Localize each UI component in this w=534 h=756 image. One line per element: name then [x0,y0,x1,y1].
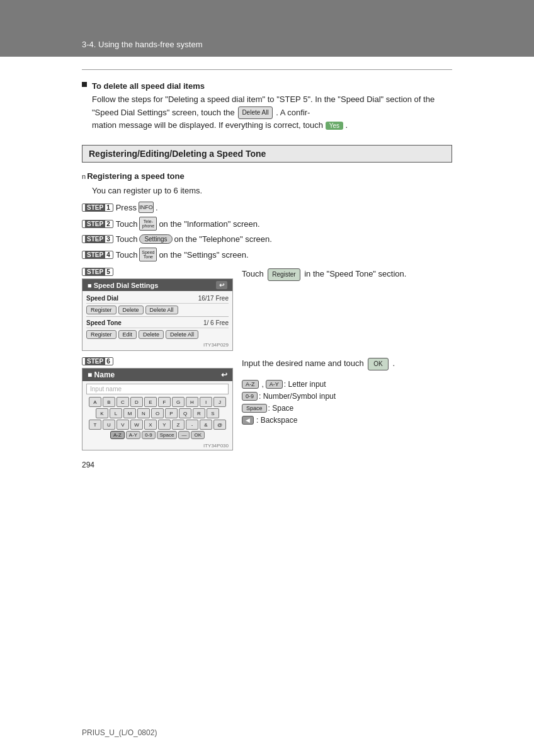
key-M[interactable]: M [123,408,136,418]
btn-ok[interactable]: OK [191,431,205,439]
subsection-title: Registering a speed tone [87,171,185,181]
step-6-num: STEP [85,358,105,365]
step-5-label: 5 [106,268,110,275]
key-G[interactable]: G [172,397,185,407]
step-4-num: STEP [85,251,105,258]
speed-tone-label: Speed Tone [86,319,122,326]
step-2-row: STEP 2 Touch Tele-phone on the "Informat… [82,217,452,231]
legend-09: 0-9 [242,392,258,401]
yes-button[interactable]: Yes [326,122,343,130]
key-amp[interactable]: & [200,420,212,430]
speed-dial-row: Speed Dial 16/17 Free [86,294,229,304]
step-6-right: Input the desired name and touch OK . A-… [242,357,395,428]
key-U[interactable]: U [103,420,115,430]
key-J[interactable]: J [213,397,226,407]
footer-text: PRIUS_U_(L/O_0802) [82,728,157,737]
edit-btn[interactable]: Edit [118,330,137,339]
ok-pill[interactable]: OK [368,358,388,370]
keyboard-row-2: K L M N O P Q R S [85,408,230,418]
speed-tone-btns: Register Edit Delete Delete All [86,330,229,339]
step-3-text: Touch [116,234,138,244]
btn-space[interactable]: Space [157,431,178,439]
keyboard-bottom: A-Z A-Y 0-9 Space — OK [85,431,230,439]
key-O[interactable]: O [151,408,164,418]
section-box: Registering/Editing/Deleting a Speed Ton… [82,145,452,163]
key-N[interactable]: N [137,408,150,418]
key-T[interactable]: T [89,420,101,430]
step-2-badge: STEP 2 [82,220,113,228]
speed-tone-icon: SpeedTone [139,248,157,261]
step-5-row: STEP 5 ■ Speed Dial Settings ↩ Speed Dia… [82,268,452,351]
screenshot-5-content: Speed Dial 16/17 Free Register Delete De… [82,291,232,350]
btn-back[interactable]: — [178,431,190,439]
key-F[interactable]: F [158,397,171,407]
delete-section-title: To delete all speed dial items [92,80,452,93]
delete-all-btn-2[interactable]: Delete All [166,330,198,339]
n-prefix: n [82,173,86,180]
legend-row-1: A-Z , A-Y : Letter input [242,380,395,389]
btn-09[interactable]: 0-9 [142,431,156,439]
key-W[interactable]: W [130,420,143,430]
keyboard-row-1: A B C D E F G H I J [85,397,230,407]
key-S[interactable]: S [207,408,219,418]
legend-row-3: Space : Space [242,404,395,413]
key-V[interactable]: V [116,420,129,430]
screenshot-6-back[interactable]: ↩ [221,370,227,379]
screenshot-5-back[interactable]: ↩ [216,281,227,289]
step-6-right-text: Input the desired name and touch OK . [242,357,395,370]
key-C[interactable]: C [116,397,129,407]
delete-section-body: Follow the steps for "Deleting a speed d… [92,93,452,132]
key-Y[interactable]: Y [158,420,171,430]
section-box-title: Registering/Editing/Deleting a Speed Ton… [89,149,266,159]
step-6-badge: STEP 6 [82,357,113,365]
keyboard-row-3: T U V W X Y Z - & @ [85,420,230,430]
delete-all-button[interactable]: Delete All [238,106,272,119]
step-2-screen: on the "Information" screen. [159,219,259,229]
key-D[interactable]: D [130,397,143,407]
name-input-bar: Input name [86,384,229,394]
legend-AZ: A-Z [242,380,259,389]
step-5-badge: STEP 5 [82,268,113,276]
content-area: To delete all speed dial items Follow th… [0,57,534,495]
key-Q[interactable]: Q [179,408,191,418]
screenshot-6-title: ■ Name [88,370,115,379]
legend-desc-4: : Backspace [256,416,297,425]
register-btn-1[interactable]: Register [86,306,116,314]
step-4-badge: STEP 4 [82,251,113,259]
register-pill[interactable]: Register [268,268,300,281]
delete-btn-2[interactable]: Delete [139,330,164,339]
speed-dial-value: 16/17 Free [198,295,229,302]
key-dash[interactable]: - [186,420,198,430]
legend-space: Space [242,404,267,413]
step-1-num: STEP [85,204,105,211]
step-4-label: 4 [106,251,110,258]
step-6-label: 6 [106,358,110,365]
step-2-num: STEP [85,220,105,227]
key-H[interactable]: H [186,397,198,407]
legend-desc-2: : Number/Symbol input [259,392,336,401]
btn-AZ[interactable]: A-Z [110,431,125,439]
register-btn-2[interactable]: Register [86,330,116,339]
legend-backspace: ◀ [242,416,254,425]
key-at[interactable]: @ [213,420,226,430]
key-R[interactable]: R [193,408,205,418]
screenshot-6-header: ■ Name ↩ [82,369,232,381]
key-E[interactable]: E [144,397,157,407]
step-4-text: Touch [116,250,138,260]
key-P[interactable]: P [165,408,178,418]
key-L[interactable]: L [110,408,122,418]
screenshot-6: ■ Name ↩ Input name A B C D E F G H I J [82,368,233,450]
key-K[interactable]: K [96,408,108,418]
step-3-screen: on the "Telephone" screen. [174,234,272,244]
key-I[interactable]: I [200,397,212,407]
btn-AY[interactable]: A-Y [126,431,140,439]
step-3-row: STEP 3 Touch Settings on the "Telephone"… [82,234,452,244]
key-A[interactable]: A [89,397,101,407]
step-6-row: STEP 6 ■ Name ↩ Input name A B C D E [82,357,452,450]
key-X[interactable]: X [144,420,157,430]
delete-all-btn-1[interactable]: Delete All [145,306,178,314]
delete-btn-1[interactable]: Delete [118,306,144,314]
key-B[interactable]: B [103,397,115,407]
key-Z[interactable]: Z [172,420,185,430]
speed-dial-label: Speed Dial [86,295,118,302]
